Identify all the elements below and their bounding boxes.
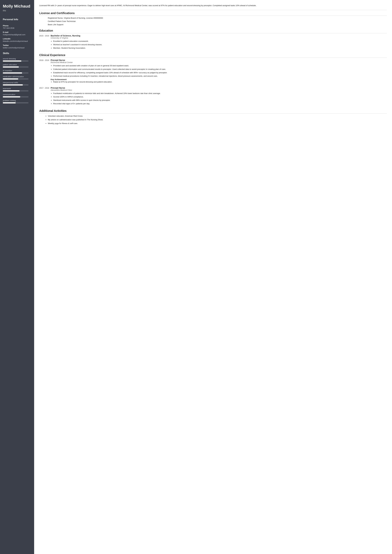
entry-subtitle: University of Virginia <box>51 37 387 39</box>
skill-name: wound dressing <box>3 58 31 60</box>
skill-bar <box>3 90 28 91</box>
summary-text: Licensed RN with 2+ years of precept nur… <box>39 4 387 7</box>
entry-content: Precept Nurse Richmond Medical Center Pr… <box>51 59 387 84</box>
entry-subtitle: Alexandria Medical Clinic <box>51 89 387 91</box>
achievement-bullets: Rated at 97% by preceptor for wound-dres… <box>51 80 387 83</box>
entry-bullets: Excelled in patient education coursework… <box>51 40 387 50</box>
main-content: Licensed RN with 2+ years of precept nur… <box>34 0 392 554</box>
skill-bar <box>3 60 28 62</box>
skill-bar <box>3 84 28 85</box>
additional-list: Volunteer educator, American Red Cross.M… <box>39 115 387 125</box>
experience-section-title: Clinical Experience <box>39 54 387 58</box>
skill-bar-fill <box>3 66 19 68</box>
skill-name: interpersonal skills <box>3 82 31 84</box>
phone-value: 757-944-3536 <box>3 27 31 29</box>
license-section-title: License and Certifications <box>39 12 387 16</box>
bullet-item: Scored 100% in HIPAA compliance. <box>53 95 387 98</box>
entry-title: Bachelor of Science, Nursing <box>51 35 387 37</box>
bullet-item: Performed medical procedures including I… <box>53 75 387 77</box>
additional-section-title: Additional Activities <box>39 109 387 113</box>
experience-list: 2018 - 2019 Precept Nurse Richmond Medic… <box>39 59 387 106</box>
certifications-list: Registered Nurse, Virginia Board of Nurs… <box>39 17 387 26</box>
entry-year: 2017 - 2018 <box>39 87 51 106</box>
additional-item: Volunteer educator, American Red Cross. <box>48 115 387 118</box>
skill-item: patient education <box>3 63 31 68</box>
skill-name: teamwork <box>3 87 31 90</box>
skill-bar <box>3 72 28 74</box>
education-section: Education 2015 - 2019 Bachelor of Scienc… <box>39 29 387 50</box>
skill-name: medication administration <box>3 76 31 78</box>
bullet-item: Recorded vital signs of 5+ patients per … <box>53 102 387 105</box>
skill-name: IV insertion <box>3 70 31 72</box>
education-section-title: Education <box>39 29 387 33</box>
experience-entry: 2017 - 2018 Precept Nurse Alexandria Med… <box>39 87 387 106</box>
skill-item: interpersonal skills <box>3 82 31 85</box>
skill-item: teamwork <box>3 87 31 91</box>
skill-bar-fill <box>3 84 23 85</box>
phone-label: Phone <box>3 25 31 27</box>
bullet-item: Excelled in patient education coursework… <box>53 40 387 43</box>
twitter-label: Twitter <box>3 44 31 46</box>
twitter-value: twitter.com/mollyzmichaud <box>3 47 31 49</box>
education-list: 2015 - 2019 Bachelor of Science, Nursing… <box>39 35 387 50</box>
additional-item: My article on catheterization was publis… <box>48 118 387 121</box>
skill-item: problem solving <box>3 99 31 103</box>
bullet-item: Facilitated mobilization of patients to … <box>53 92 387 95</box>
skill-bar-fill <box>3 102 16 103</box>
email-label: E-mail <box>3 31 31 33</box>
skill-bar-fill <box>3 60 21 62</box>
additional-section: Additional Activities Volunteer educator… <box>39 109 387 125</box>
experience-section: Clinical Experience 2018 - 2019 Precept … <box>39 54 387 106</box>
linkedin-value: linkedin.com/in/mollyzmichaud <box>3 40 31 42</box>
email-value: mollyzmichaud@gmail.com <box>3 34 31 36</box>
skill-bar <box>3 66 28 68</box>
entry-bullets: Provided care and assisted with creation… <box>51 64 387 77</box>
skill-bar <box>3 78 28 79</box>
linkedin-label: LinkedIn <box>3 38 31 40</box>
skill-name: problem solving <box>3 99 31 102</box>
personal-info-heading: Personal Info <box>3 18 31 21</box>
cert-item: Basic Life Support <box>48 23 387 26</box>
entry-bullets: Facilitated mobilization of patients to … <box>51 92 387 105</box>
skill-bar-fill <box>3 90 20 91</box>
bullet-item: Worked as teacher's assistant in wound d… <box>53 43 387 46</box>
skill-item: IV insertion <box>3 70 31 74</box>
bullet-item: Established track record for efficiency,… <box>53 71 387 74</box>
entry-content: Precept Nurse Alexandria Medical Clinic … <box>51 87 387 106</box>
bullet-item: Member, Student Nursing Association. <box>53 47 387 49</box>
skill-item: medication administration <box>3 76 31 79</box>
additional-item: Weekly yoga for fitness & self-care. <box>48 122 387 125</box>
skill-item: communication <box>3 93 31 98</box>
sidebar: Molly Michaud RN Personal Info Phone 757… <box>0 0 34 554</box>
education-entry: 2015 - 2019 Bachelor of Science, Nursing… <box>39 35 387 50</box>
candidate-name: Molly Michaud <box>3 4 31 8</box>
skill-bar-fill <box>3 72 22 74</box>
skills-list: wound dressing patient education IV inse… <box>3 58 31 105</box>
entry-title: Precept Nurse <box>51 87 387 89</box>
achievement-item: Rated at 97% by preceptor for wound-dres… <box>53 80 387 83</box>
key-achievement-label: Key Achievement <box>51 78 387 80</box>
skill-name: communication <box>3 93 31 96</box>
entry-year: 2015 - 2019 <box>39 35 51 50</box>
skill-bar <box>3 102 28 103</box>
candidate-title: RN <box>3 9 31 12</box>
skill-bar-fill <box>3 96 20 98</box>
entry-subtitle: Richmond Medical Center <box>51 61 387 63</box>
entry-content: Bachelor of Science, Nursing University … <box>51 35 387 50</box>
skill-bar-fill <box>3 78 18 79</box>
cert-item: Certified Patient Care Technician <box>48 20 387 22</box>
bullet-item: Collected patient information and commun… <box>53 68 387 71</box>
skill-item: wound dressing <box>3 58 31 62</box>
bullet-item: Provided care and assisted with creation… <box>53 64 387 67</box>
license-section: License and Certifications Registered Nu… <box>39 12 387 26</box>
bullet-item: Sterilized instruments with 99% scores i… <box>53 99 387 102</box>
cert-item: Registered Nurse, Virginia Board of Nurs… <box>48 17 387 19</box>
skill-bar <box>3 96 28 98</box>
entry-title: Precept Nurse <box>51 59 387 61</box>
skill-name: patient education <box>3 63 31 66</box>
entry-year: 2018 - 2019 <box>39 59 51 84</box>
skills-heading: Skills <box>3 52 31 55</box>
experience-entry: 2018 - 2019 Precept Nurse Richmond Medic… <box>39 59 387 84</box>
